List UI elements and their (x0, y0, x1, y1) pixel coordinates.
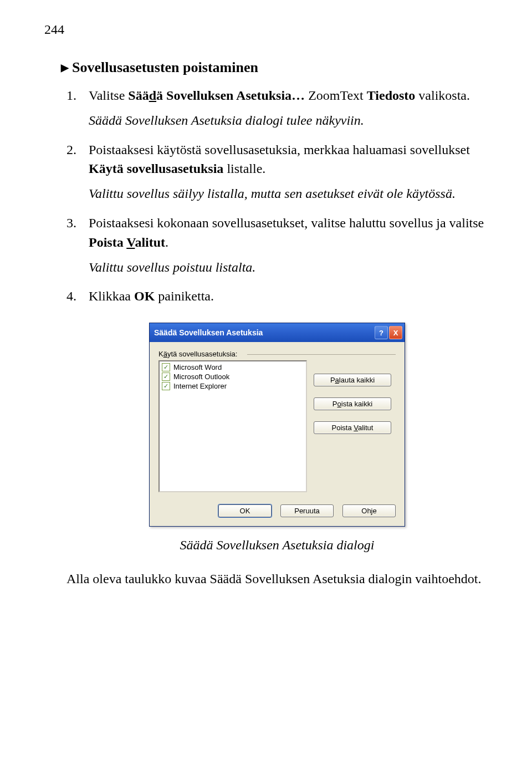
step1-bold2: Tiedosto (367, 88, 416, 103)
closing-paragraph: Alla oleva taulukko kuvaa Säädä Sovelluk… (66, 569, 488, 589)
step2-note: Valittu sovellus säilyy listalla, mutta … (89, 184, 488, 203)
step1-post2: valikosta. (415, 88, 470, 103)
page-number: 244 (44, 22, 488, 37)
triangle-icon: ▶ (61, 62, 69, 74)
step4-post: painiketta. (155, 289, 214, 303)
step-3: Poistaaksesi kokonaan sovellusasetukset,… (66, 213, 488, 277)
list-item[interactable]: ✓ Microsoft Word (161, 363, 305, 372)
checkbox-icon[interactable]: ✓ (162, 363, 170, 371)
cancel-button[interactable]: Peruuta (280, 504, 334, 517)
ok-button[interactable]: OK (218, 504, 272, 517)
step3-post: . (165, 235, 168, 249)
remove-selected-button[interactable]: Poista Valitut (314, 421, 391, 434)
list-item-label: Microsoft Outlook (173, 373, 229, 381)
step2-bold: Käytä sovellusasetuksia (89, 161, 223, 176)
steps-list: Valitse Säädä Sovelluksen Asetuksia… Zoo… (66, 86, 488, 306)
dialog-body: Käytä sovellusasetuksia: ✓ Microsoft Wor… (150, 342, 405, 526)
group-label: Käytä sovellusasetuksia: (158, 350, 396, 358)
page-content: 244 ▶Sovellusasetusten poistaminen Valit… (0, 0, 532, 622)
help-button[interactable]: Ohje (342, 504, 396, 517)
step2-post: listalle. (223, 161, 265, 176)
step2-pre: Poistaaksesi käytöstä sovellusasetuksia,… (89, 142, 470, 157)
close-icon[interactable]: X (389, 326, 402, 339)
step1-note: Säädä Sovelluksen Asetuksia dialogi tule… (89, 111, 488, 130)
step3-bold: Poista Valitut (89, 235, 165, 249)
step-1: Valitse Säädä Sovelluksen Asetuksia… Zoo… (66, 86, 488, 130)
heading-text: Sovellusasetusten poistaminen (72, 59, 258, 75)
step4-pre: Klikkaa (89, 289, 134, 303)
step4-bold: OK (134, 289, 155, 303)
help-icon[interactable]: ? (375, 326, 388, 339)
list-item[interactable]: ✓ Microsoft Outlook (161, 372, 305, 381)
list-item[interactable]: ✓ Internet Explorer (161, 381, 305, 391)
list-item-label: Internet Explorer (173, 382, 227, 390)
section-heading: ▶Sovellusasetusten poistaminen (61, 59, 488, 76)
button-column: Palauta kaikki Poista kaikki Poista Vali… (314, 374, 391, 434)
step1-bold: Säädä Sovelluksen Asetuksia… (128, 88, 305, 103)
restore-all-button[interactable]: Palauta kaikki (314, 374, 391, 386)
titlebar-buttons: ? X (375, 326, 402, 339)
step3-pre: Poistaaksesi kokonaan sovellusasetukset,… (89, 216, 484, 230)
dialog-screenshot: Säädä Sovelluksen Asetuksia ? X Käytä so… (66, 323, 488, 527)
inner-row: ✓ Microsoft Word ✓ Microsoft Outlook ✓ I… (158, 360, 396, 492)
list-item-label: Microsoft Word (173, 363, 222, 371)
bottom-buttons: OK Peruuta Ohje (158, 504, 396, 517)
titlebar-text: Säädä Sovelluksen Asetuksia (154, 328, 263, 337)
titlebar[interactable]: Säädä Sovelluksen Asetuksia ? X (150, 323, 405, 342)
checkbox-icon[interactable]: ✓ (162, 382, 170, 390)
dialog-window: Säädä Sovelluksen Asetuksia ? X Käytä so… (149, 323, 405, 527)
step1-post1: ZoomText (305, 88, 367, 103)
step-4: Klikkaa OK painiketta. (66, 287, 488, 306)
step-2: Poistaaksesi käytöstä sovellusasetuksia,… (66, 140, 488, 203)
step1-pre: Valitse (89, 88, 128, 103)
checkbox-icon[interactable]: ✓ (162, 373, 170, 381)
dialog-caption: Säädä Sovelluksen Asetuksia dialogi (66, 538, 488, 553)
app-listbox[interactable]: ✓ Microsoft Word ✓ Microsoft Outlook ✓ I… (158, 360, 307, 492)
step3-note: Valittu sovellus poistuu listalta. (89, 258, 488, 277)
remove-all-button[interactable]: Poista kaikki (314, 397, 391, 410)
